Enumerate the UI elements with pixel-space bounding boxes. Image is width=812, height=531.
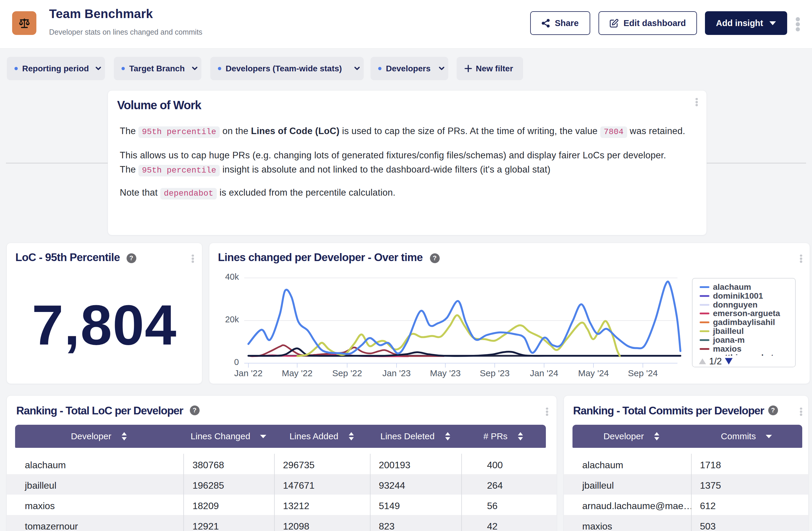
svg-text:0: 0: [234, 357, 239, 367]
svg-text:Jan '22: Jan '22: [234, 368, 263, 378]
svg-text:Jan '23: Jan '23: [382, 368, 411, 378]
svg-text:May '23: May '23: [430, 368, 461, 378]
svg-text:May '24: May '24: [578, 368, 609, 378]
svg-text:Sep '22: Sep '22: [332, 368, 362, 378]
svg-text:May '22: May '22: [282, 368, 313, 378]
svg-text:Sep '23: Sep '23: [480, 368, 510, 378]
svg-text:40k: 40k: [225, 272, 239, 281]
svg-text:Jan '24: Jan '24: [530, 368, 558, 378]
svg-text:20k: 20k: [225, 315, 239, 324]
svg-text:Sep '24: Sep '24: [628, 368, 658, 378]
